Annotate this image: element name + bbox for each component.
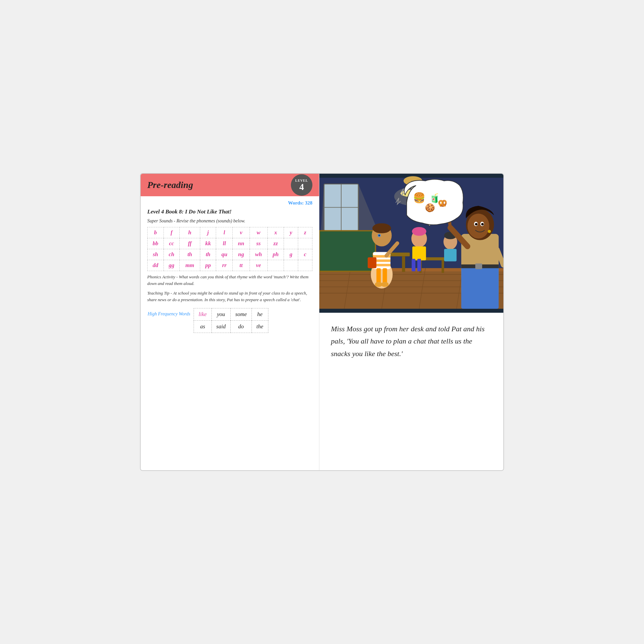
svg-point-42 [412, 227, 426, 236]
phonics-cell: ng [233, 249, 250, 260]
phonics-cell: ve [250, 260, 267, 271]
svg-point-54 [468, 213, 489, 238]
svg-rect-52 [475, 263, 482, 269]
phonics-cell: v [233, 227, 250, 238]
svg-point-58 [481, 223, 484, 226]
book-title: Level 4 Book 8: I Do Not Like That! [147, 208, 312, 215]
phonics-cell [284, 260, 298, 271]
phonics-cell: j [200, 227, 216, 238]
phonics-cell: y [284, 227, 298, 238]
hfw-grid: likeyousomeheassaiddothe [194, 308, 268, 333]
phonics-cell: gg [163, 260, 180, 271]
phonics-cell: b [148, 227, 164, 238]
svg-rect-50 [461, 265, 499, 309]
phonics-grid: bfhjlvwxyzbbccffkkllnnsszzshchththqungwh… [147, 227, 312, 271]
phonics-cell: zz [267, 238, 284, 249]
phonics-cell: ll [216, 238, 233, 249]
hfw-word: the [252, 321, 268, 333]
hfw-word: you [211, 308, 230, 321]
svg-text:🍪: 🍪 [425, 203, 435, 213]
phonics-cell: ff [180, 238, 200, 249]
pre-reading-title: Pre-reading [147, 180, 193, 190]
phonics-cell [298, 238, 312, 249]
words-count: 328 [305, 200, 313, 206]
level-badge: LEVEL 4 [291, 174, 312, 196]
hfw-word: do [230, 321, 252, 333]
svg-point-62 [488, 230, 491, 233]
svg-rect-38 [383, 268, 387, 284]
level-number: 4 [299, 182, 304, 192]
phonics-cell: f [163, 227, 180, 238]
left-panel: Pre-reading LEVEL 4 Words: 328 Level 4 B… [141, 174, 319, 470]
story-text: Miss Moss got up from her desk and told … [331, 323, 492, 360]
phonics-note: Phonics Activity - What words can you th… [147, 274, 312, 287]
svg-point-56 [475, 223, 478, 226]
phonics-cell: th [200, 249, 216, 260]
svg-rect-22 [402, 256, 405, 272]
phonics-cell: wh [250, 249, 267, 260]
svg-text:🥨: 🥨 [438, 199, 447, 208]
phonics-cell: mm [180, 260, 200, 271]
phonics-cell: sh [148, 249, 164, 260]
phonics-cell: l [216, 227, 233, 238]
phonics-cell: pp [200, 260, 216, 271]
svg-rect-44 [412, 259, 415, 271]
hfw-section: High Frequency Words likeyousomeheassaid… [147, 308, 312, 333]
hfw-label: High Frequency Words [147, 308, 194, 317]
page-container: Pre-reading LEVEL 4 Words: 328 Level 4 B… [140, 173, 504, 471]
svg-rect-45 [417, 259, 421, 271]
right-panel: 🍔 🧃 🍪 🥨 Miss Moss got up from her desk a… [319, 174, 503, 470]
phonics-cell: z [298, 227, 312, 238]
phonics-cell: qu [216, 249, 233, 260]
hfw-word: said [211, 321, 230, 333]
svg-rect-15 [319, 231, 376, 271]
phonics-cell: ch [163, 249, 180, 260]
phonics-cell [298, 260, 312, 271]
svg-point-40 [381, 282, 389, 287]
hfw-word: as [194, 321, 212, 333]
words-label: Words: [288, 200, 304, 206]
phonics-cell [284, 238, 298, 249]
svg-rect-48 [444, 249, 457, 261]
svg-point-28 [372, 223, 391, 233]
svg-rect-35 [368, 257, 376, 268]
phonics-cell: c [298, 249, 312, 260]
phonics-cell: x [267, 227, 284, 238]
svg-rect-37 [376, 268, 381, 284]
phonics-cell [267, 260, 284, 271]
svg-text:🍔: 🍔 [413, 192, 426, 204]
phonics-cell: nn [233, 238, 250, 249]
phonics-cell: tt [233, 260, 250, 271]
svg-rect-43 [412, 246, 426, 260]
sounds-subtitle: Super Sounds - Revise the phonemes (soun… [147, 218, 312, 224]
teaching-tip: Teaching Tip - At school you might be as… [147, 290, 312, 303]
phonics-cell: th [180, 249, 200, 260]
header-bar: Pre-reading LEVEL 4 [141, 174, 319, 196]
phonics-cell: kk [200, 238, 216, 249]
phonics-cell: cc [163, 238, 180, 249]
svg-point-30 [379, 235, 380, 236]
phonics-cell: ph [267, 249, 284, 260]
phonics-cell: dd [148, 260, 164, 271]
hfw-word: he [252, 308, 268, 321]
svg-rect-25 [441, 260, 444, 273]
phonics-cell: g [284, 249, 298, 260]
left-content: Words: 328 Level 4 Book 8: I Do Not Like… [141, 196, 319, 470]
hfw-word: like [194, 308, 212, 321]
classroom-illustration: 🍔 🧃 🍪 🥨 [319, 174, 503, 313]
phonics-cell: w [250, 227, 267, 238]
hfw-word: some [230, 308, 252, 321]
phonics-cell: bb [148, 238, 164, 249]
phonics-cell: h [180, 227, 200, 238]
phonics-cell: rr [216, 260, 233, 271]
words-line: Words: 328 [147, 200, 312, 206]
phonics-cell: ss [250, 238, 267, 249]
story-text-box: Miss Moss got up from her desk and told … [319, 313, 503, 470]
classroom-svg: 🍔 🧃 🍪 🥨 [319, 174, 503, 313]
